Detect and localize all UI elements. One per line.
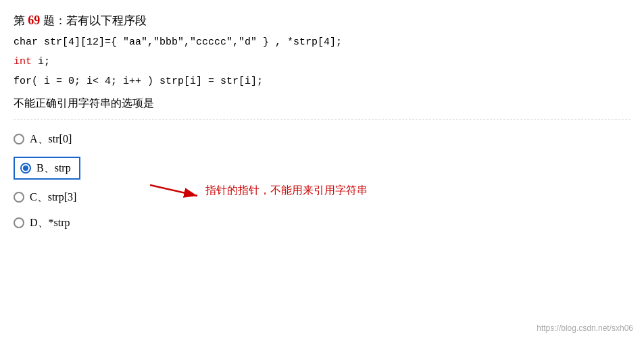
option-row-b[interactable]: B、strp xyxy=(14,157,630,180)
option-row-a[interactable]: A、str[0] xyxy=(14,131,630,147)
annotation-text: 指针的指针，不能用来引用字符串 xyxy=(205,184,368,198)
annotation-arrow-svg xyxy=(149,177,203,204)
question-suffix: 题：若有以下程序段 xyxy=(43,14,147,27)
watermark: https://blog.csdn.net/sxh06 xyxy=(537,323,633,333)
option-row-d[interactable]: D、*strp xyxy=(14,215,630,231)
annotation-container: 指针的指针，不能用来引用字符串 xyxy=(149,177,368,204)
code-line-1: char str[4][12]={ "aa","bbb","ccccc","d"… xyxy=(14,33,630,51)
option-b-container[interactable]: B、strp xyxy=(14,157,80,180)
options-section: A、str[0] B、strp C、strp[3] D、*strp xyxy=(14,131,630,231)
question-header: 第 69 题：若有以下程序段 xyxy=(14,11,630,30)
code-line-2: int i; xyxy=(14,53,630,71)
divider xyxy=(14,120,630,120)
code-line-3: for( i = 0; i< 4; i++ ) strp[i] = str[i]… xyxy=(14,72,630,90)
option-label-d: D、*strp xyxy=(30,215,70,231)
code-text-2b: i; xyxy=(32,56,50,68)
option-label-b: B、strp xyxy=(36,160,71,176)
question-prefix: 第 xyxy=(14,14,25,27)
svg-line-1 xyxy=(150,185,197,196)
page-container: 第 69 题：若有以下程序段 char str[4][12]={ "aa","b… xyxy=(0,0,644,341)
radio-c[interactable] xyxy=(14,192,24,203)
code-text-3: for( i = 0; i< 4; i++ ) strp[i] = str[i]… xyxy=(14,76,263,87)
option-label-a: A、str[0] xyxy=(30,131,72,147)
radio-d[interactable] xyxy=(14,217,24,228)
question-text: 不能正确引用字符串的选项是 xyxy=(14,95,630,112)
question-number: 69 xyxy=(28,14,40,27)
option-label-c: C、strp[3] xyxy=(30,189,76,205)
radio-a[interactable] xyxy=(14,134,24,145)
code-keyword-int: int xyxy=(14,56,32,68)
radio-b[interactable] xyxy=(20,163,31,174)
code-text-1: char str[4][12]={ "aa","bbb","ccccc","d"… xyxy=(14,36,342,48)
